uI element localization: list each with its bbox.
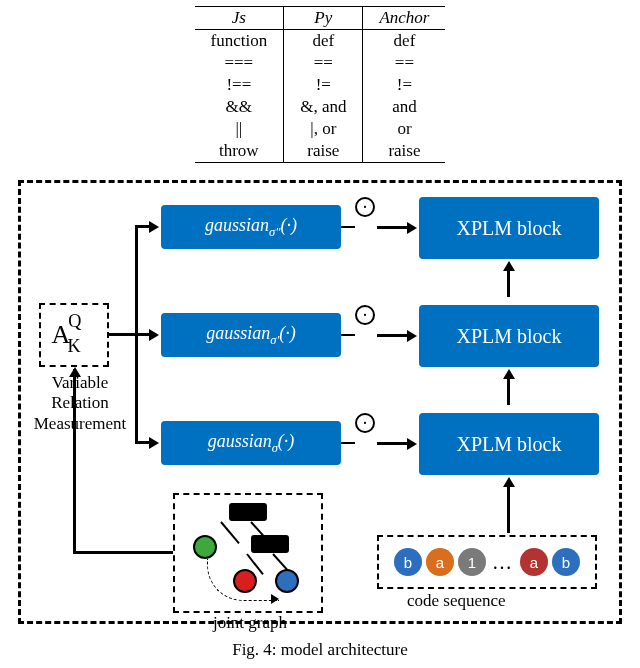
token-b: b [394, 548, 422, 576]
odot-icon: · [355, 197, 375, 217]
ox3 [377, 442, 409, 445]
code-sequence-box: b a 1 … a b [377, 535, 597, 589]
ox2h [407, 330, 417, 342]
gaussian-block-3: gaussianσ″(·) [161, 205, 341, 249]
graph-to-ak-h [75, 551, 173, 554]
gaussian-block-2: gaussianσ′(·) [161, 313, 341, 357]
xplm-block-1: XPLM block [419, 413, 599, 475]
code-sequence-label: code sequence [407, 591, 506, 611]
seq-up [507, 485, 510, 533]
xplm-block-3: XPLM block [419, 197, 599, 259]
ox1h [407, 222, 417, 234]
architecture-diagram: AQK Variable Relation Measurement gaussi… [18, 180, 622, 624]
table-row: functiondefdef [195, 30, 446, 53]
token-1: 1 [458, 548, 486, 576]
token-a: a [426, 548, 454, 576]
token-b: b [552, 548, 580, 576]
token-a: a [520, 548, 548, 576]
graph-to-ak-head [69, 367, 81, 377]
ak-arrow-1 [149, 221, 159, 233]
table-row: |||, oror [195, 118, 446, 140]
seq-up-h [503, 477, 515, 487]
gaussian-block-1: gaussianσ(·) [161, 421, 341, 465]
figure-caption: Fig. 4: model architecture [0, 640, 640, 660]
ak-arrow-3 [149, 437, 159, 449]
ak-stem [109, 333, 137, 336]
ox1 [377, 226, 409, 229]
lang-mapping-table: Js Py Anchor functiondefdef ======= !==!… [0, 0, 640, 163]
ak-caption: Variable Relation Measurement [21, 373, 139, 434]
xplm-up-2h [503, 369, 515, 379]
ox3h [407, 438, 417, 450]
xplm-block-2: XPLM block [419, 305, 599, 367]
col-js: Js [195, 7, 284, 30]
xplm-up-2 [507, 377, 510, 405]
xplm-up-1 [507, 269, 510, 297]
graph-to-ak-v [73, 369, 76, 554]
ak-arrow-2 [149, 329, 159, 341]
col-py: Py [284, 7, 363, 30]
odot-icon: · [355, 305, 375, 325]
g-odot-1 [341, 226, 355, 228]
ox2 [377, 334, 409, 337]
joint-graph-label: joint graph [185, 613, 315, 633]
ak-matrix-box: AQK [39, 303, 109, 367]
col-anchor: Anchor [363, 7, 446, 30]
g-odot-3 [341, 442, 355, 444]
edge [220, 521, 240, 544]
joint-graph-box [173, 493, 323, 613]
odot-icon: · [355, 413, 375, 433]
graph-dashed-head [271, 594, 279, 604]
graph-node-rect [251, 535, 289, 553]
graph-dashed-edge [207, 559, 279, 601]
table-row: !==!=!= [195, 74, 446, 96]
ak-matrix-label: AQK [51, 317, 96, 354]
table-row: ======= [195, 52, 446, 74]
ellipsis-icon: … [490, 551, 516, 574]
graph-node-rect [229, 503, 267, 521]
g-odot-2 [341, 334, 355, 336]
xplm-up-1h [503, 261, 515, 271]
graph-node-green [193, 535, 217, 559]
table: Js Py Anchor functiondefdef ======= !==!… [195, 6, 446, 163]
table-row: throwraiseraise [195, 140, 446, 163]
table-row: &&&, andand [195, 96, 446, 118]
